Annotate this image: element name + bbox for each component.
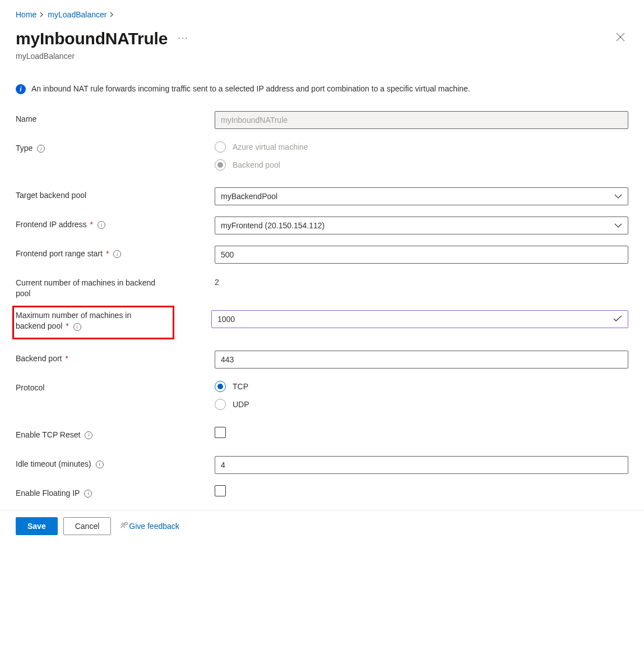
protocol-tcp-label: TCP bbox=[233, 382, 248, 391]
info-icon[interactable]: i bbox=[37, 145, 45, 153]
info-icon[interactable]: i bbox=[73, 323, 81, 331]
name-label: Name bbox=[16, 114, 36, 125]
current-machines-value: 2 bbox=[215, 275, 628, 287]
radio-icon bbox=[215, 141, 226, 153]
tcp-reset-checkbox[interactable] bbox=[215, 427, 226, 438]
idle-timeout-label: Idle timeout (minutes) bbox=[16, 459, 91, 469]
check-icon bbox=[613, 315, 622, 324]
close-button[interactable] bbox=[613, 29, 628, 47]
info-icon[interactable]: i bbox=[96, 461, 104, 468]
backend-port-input[interactable]: 443 bbox=[215, 351, 628, 369]
person-feedback-icon bbox=[120, 522, 128, 531]
protocol-option-tcp[interactable]: TCP bbox=[215, 381, 628, 392]
chevron-right-icon bbox=[40, 10, 44, 19]
max-machines-input[interactable]: 1000 bbox=[211, 310, 628, 328]
type-option-vm: Azure virtual machine bbox=[215, 141, 628, 153]
type-radio-group: Azure virtual machine Backend pool bbox=[215, 140, 628, 171]
frontend-port-start-value: 500 bbox=[221, 250, 622, 259]
info-icon[interactable]: i bbox=[84, 490, 92, 498]
save-button[interactable]: Save bbox=[16, 517, 58, 535]
frontend-ip-value: myFrontend (20.150.154.112) bbox=[221, 221, 325, 230]
chevron-right-icon bbox=[110, 10, 114, 19]
page-subtitle: myLoadBalancer bbox=[16, 52, 189, 61]
name-input: myInboundNATrule bbox=[215, 111, 628, 129]
backend-port-value: 443 bbox=[221, 355, 622, 364]
tcp-reset-label: Enable TCP Reset bbox=[16, 430, 80, 440]
protocol-radio-group: TCP UDP bbox=[215, 380, 628, 410]
radio-icon bbox=[215, 399, 226, 410]
page-title: myInboundNATrule bbox=[16, 29, 168, 48]
cancel-button[interactable]: Cancel bbox=[63, 517, 112, 535]
radio-icon bbox=[215, 381, 226, 392]
protocol-option-udp[interactable]: UDP bbox=[215, 399, 628, 410]
radio-icon bbox=[215, 159, 226, 171]
max-machines-value: 1000 bbox=[217, 315, 609, 324]
info-icon[interactable]: i bbox=[85, 431, 92, 439]
target-pool-value: myBackendPool bbox=[221, 192, 277, 201]
type-option-pool: Backend pool bbox=[215, 159, 628, 171]
target-pool-label: Target backend pool bbox=[16, 190, 86, 201]
floating-ip-label: Enable Floating IP bbox=[16, 488, 80, 499]
frontend-port-start-input[interactable]: 500 bbox=[215, 246, 628, 264]
target-pool-select[interactable]: myBackendPool bbox=[215, 187, 628, 205]
breadcrumb: Home myLoadBalancer bbox=[16, 10, 628, 19]
required-icon: * bbox=[106, 248, 109, 259]
chevron-down-icon bbox=[614, 221, 622, 230]
backend-port-label: Backend port bbox=[16, 353, 62, 364]
frontend-ip-label: Frontend IP address bbox=[16, 219, 87, 230]
feedback-link[interactable]: Give feedback bbox=[120, 522, 179, 531]
protocol-udp-label: UDP bbox=[233, 400, 249, 409]
breadcrumb-parent[interactable]: myLoadBalancer bbox=[48, 10, 106, 19]
info-banner: i An inbound NAT rule forwards incoming … bbox=[16, 83, 628, 94]
chevron-down-icon bbox=[614, 192, 622, 201]
idle-timeout-input[interactable]: 4 bbox=[215, 456, 628, 474]
type-option-vm-label: Azure virtual machine bbox=[233, 142, 308, 151]
feedback-text: Give feedback bbox=[129, 522, 179, 531]
svg-point-0 bbox=[122, 523, 124, 525]
floating-ip-checkbox[interactable] bbox=[215, 485, 226, 496]
info-icon: i bbox=[16, 84, 26, 94]
footer-bar: Save Cancel Give feedback bbox=[0, 510, 644, 542]
required-icon: * bbox=[90, 219, 93, 230]
type-label: Type bbox=[16, 143, 33, 154]
info-icon[interactable]: i bbox=[113, 250, 121, 258]
name-value: myInboundNATrule bbox=[221, 116, 622, 125]
current-machines-label: Current number of machines in backend po… bbox=[16, 278, 161, 299]
info-banner-text: An inbound NAT rule forwards incoming tr… bbox=[31, 83, 470, 94]
idle-timeout-value: 4 bbox=[221, 461, 622, 469]
required-icon: * bbox=[66, 321, 68, 330]
required-icon: * bbox=[66, 353, 68, 364]
close-icon bbox=[616, 33, 625, 42]
info-icon[interactable]: i bbox=[98, 221, 105, 229]
frontend-port-start-label: Frontend port range start bbox=[16, 248, 103, 259]
more-actions-button[interactable]: ··· bbox=[178, 33, 188, 43]
type-option-pool-label: Backend pool bbox=[233, 160, 280, 169]
protocol-label: Protocol bbox=[16, 383, 44, 393]
breadcrumb-home[interactable]: Home bbox=[16, 10, 36, 19]
frontend-ip-select[interactable]: myFrontend (20.150.154.112) bbox=[215, 217, 628, 234]
